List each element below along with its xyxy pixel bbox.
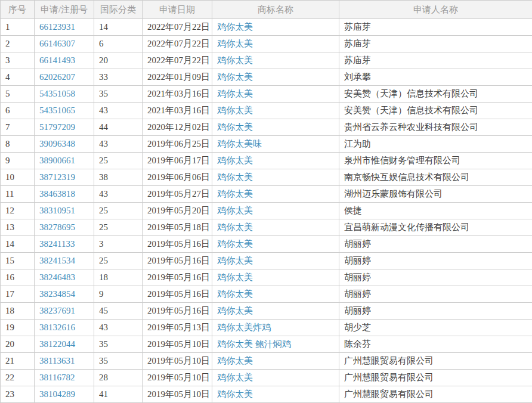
application-number-link[interactable]: 38234854 xyxy=(39,289,75,299)
serial-cell: 3 xyxy=(1,52,35,69)
trademark-name-link[interactable]: 鸡你太美 xyxy=(217,306,253,315)
application-number-link[interactable]: 38237691 xyxy=(39,306,75,315)
application-date-cell: 2019年05月16日 xyxy=(143,303,212,320)
trademark-name-link[interactable]: 鸡你太美味 xyxy=(217,139,262,148)
application-number-link[interactable]: 62026207 xyxy=(39,72,75,82)
trademark-name-link[interactable]: 鸡你太美 xyxy=(217,122,253,132)
trademark-name-link[interactable]: 鸡你太美 xyxy=(217,189,253,199)
application-date-cell: 2019年05月16日 xyxy=(143,253,212,269)
trademark-name-link[interactable]: 鸡你太美 xyxy=(217,22,253,32)
applicant-name-cell: 广州慧眼贸易有限公司 xyxy=(339,370,532,386)
trademark-name-link[interactable]: 鸡你太美 xyxy=(217,289,253,299)
application-number-link[interactable]: 38116782 xyxy=(39,373,75,382)
trademark-name-link[interactable]: 鸡你太美 xyxy=(217,55,253,65)
trademark-name-link[interactable]: 鸡你太美炸鸡 xyxy=(217,323,271,332)
application-number-link[interactable]: 38278695 xyxy=(39,222,75,232)
trademark-name-link[interactable]: 鸡你太美 xyxy=(217,72,253,82)
table-row: 2138113631352019年05月10日鸡你太美广州慧眼贸易有限公司 xyxy=(1,353,532,370)
application-number-cell: 38278695 xyxy=(35,219,94,236)
serial-cell: 17 xyxy=(1,286,35,303)
application-number-cell: 39096348 xyxy=(35,136,94,153)
trademark-name-cell: 鸡你太美 xyxy=(212,69,339,86)
application-date-cell: 2019年05月20日 xyxy=(143,203,212,219)
intl-class-cell: 35 xyxy=(94,86,143,103)
application-number-cell: 38122044 xyxy=(35,336,94,353)
application-date-cell: 2022年01月09日 xyxy=(143,69,212,86)
trademark-name-link[interactable]: 鸡你太美 xyxy=(217,373,253,382)
intl-class-cell: 43 xyxy=(94,136,143,153)
application-number-link[interactable]: 38122044 xyxy=(39,339,75,349)
applicant-name-cell: 安美赞（天津）信息技术有限公司 xyxy=(339,103,532,119)
application-date-cell: 2021年03月16日 xyxy=(143,86,212,103)
serial-cell: 14 xyxy=(1,236,35,253)
application-number-link[interactable]: 66141493 xyxy=(39,55,75,65)
trademark-name-link[interactable]: 鸡你太美 xyxy=(217,89,253,98)
application-date-cell: 2019年05月13日 xyxy=(143,320,212,336)
trademark-name-cell: 鸡你太美 xyxy=(212,253,339,269)
trademark-name-link[interactable]: 鸡你太美 xyxy=(217,239,253,249)
application-number-link[interactable]: 38463818 xyxy=(39,189,75,199)
trademark-name-cell: 鸡你太美 xyxy=(212,203,339,219)
serial-cell: 4 xyxy=(1,69,35,86)
trademark-name-link[interactable]: 鸡你太美 xyxy=(217,389,253,399)
table-row: 166123931142022年07月22日鸡你太美苏庙芽 xyxy=(1,19,532,36)
header-trademark-name: 商标名称 xyxy=(212,1,339,19)
applicant-name-cell: 泉州市惟信财务管理有限公司 xyxy=(339,153,532,169)
serial-cell: 13 xyxy=(1,219,35,236)
serial-cell: 6 xyxy=(1,103,35,119)
intl-class-cell: 28 xyxy=(94,370,143,386)
serial-cell: 9 xyxy=(1,153,35,169)
application-number-link[interactable]: 39096348 xyxy=(39,139,75,148)
application-number-cell: 38241133 xyxy=(35,236,94,253)
application-number-cell: 54351058 xyxy=(35,86,94,103)
serial-cell: 19 xyxy=(1,320,35,336)
trademark-name-cell: 鸡你太美 xyxy=(212,236,339,253)
application-number-cell: 38113631 xyxy=(35,353,94,370)
application-number-link[interactable]: 66146307 xyxy=(39,39,75,48)
intl-class-cell: 20 xyxy=(94,52,143,69)
application-number-cell: 38116782 xyxy=(35,370,94,386)
table-row: 366141493202022年07月22日鸡你太美苏庙芽 xyxy=(1,52,532,69)
trademark-name-link[interactable]: 鸡你太美 xyxy=(217,222,253,232)
application-number-link[interactable]: 38310951 xyxy=(39,206,75,215)
application-number-cell: 38104289 xyxy=(35,386,94,403)
application-number-link[interactable]: 38712319 xyxy=(39,172,75,182)
serial-cell: 5 xyxy=(1,86,35,103)
application-date-cell: 2019年05月16日 xyxy=(143,286,212,303)
applicant-name-cell: 胡丽婷 xyxy=(339,269,532,286)
applicant-name-cell: 安美赞（天津）信息技术有限公司 xyxy=(339,86,532,103)
application-number-link[interactable]: 38246483 xyxy=(39,272,75,282)
application-number-link[interactable]: 38113631 xyxy=(39,356,75,365)
application-number-link[interactable]: 38241534 xyxy=(39,256,75,265)
header-applicant-name: 申请人名称 xyxy=(339,1,532,19)
table-row: 1638246483182019年05月16日鸡你太美胡丽婷 xyxy=(1,269,532,286)
application-date-cell: 2022年07月22日 xyxy=(143,36,212,52)
trademark-name-link[interactable]: 鸡你太美 xyxy=(217,106,253,115)
application-number-link[interactable]: 54351058 xyxy=(39,89,75,98)
application-number-link[interactable]: 38104289 xyxy=(39,389,75,399)
application-number-link[interactable]: 38132616 xyxy=(39,323,75,332)
applicant-name-cell: 苏庙芽 xyxy=(339,52,532,69)
application-number-link[interactable]: 66123931 xyxy=(39,22,75,32)
serial-cell: 1 xyxy=(1,19,35,36)
applicant-name-cell: 陈余芬 xyxy=(339,336,532,353)
trademark-name-link[interactable]: 鸡你太美 xyxy=(217,356,253,365)
application-date-cell: 2019年06月17日 xyxy=(143,153,212,169)
trademark-name-link[interactable]: 鸡你太美 xyxy=(217,39,253,48)
application-number-cell: 38310951 xyxy=(35,203,94,219)
intl-class-cell: 3 xyxy=(94,236,143,253)
serial-cell: 16 xyxy=(1,269,35,286)
application-number-link[interactable]: 38241133 xyxy=(39,239,75,249)
trademark-name-link[interactable]: 鸡你太美 鲍汁焖鸡 xyxy=(217,339,291,349)
application-number-link[interactable]: 38900661 xyxy=(39,156,75,165)
trademark-name-link[interactable]: 鸡你太美 xyxy=(217,256,253,265)
trademark-name-cell: 鸡你太美 xyxy=(212,52,339,69)
trademark-name-link[interactable]: 鸡你太美 xyxy=(217,272,253,282)
application-number-link[interactable]: 54351065 xyxy=(39,106,75,115)
trademark-name-link[interactable]: 鸡你太美 xyxy=(217,172,253,182)
application-number-link[interactable]: 51797209 xyxy=(39,122,75,132)
applicant-name-cell: 南京畅快互娱信息技术有限公司 xyxy=(339,169,532,186)
trademark-name-link[interactable]: 鸡你太美 xyxy=(217,156,253,165)
trademark-name-link[interactable]: 鸡你太美 xyxy=(217,206,253,215)
serial-cell: 22 xyxy=(1,370,35,386)
